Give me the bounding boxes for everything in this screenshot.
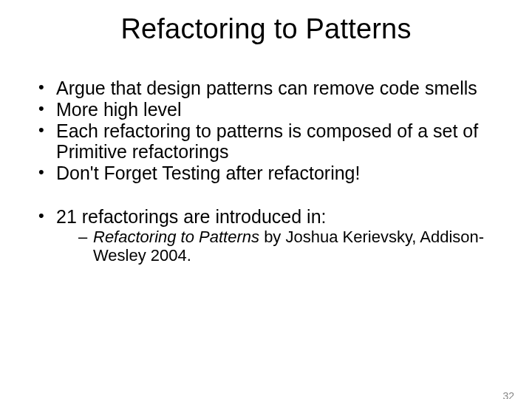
page-number: 32 bbox=[502, 390, 514, 399]
bullet-item: Argue that design patterns can remove co… bbox=[38, 78, 502, 98]
slide: Refactoring to Patterns Argue that desig… bbox=[0, 13, 532, 399]
slide-title: Refactoring to Patterns bbox=[0, 13, 532, 45]
bullet-list: 21 refactorings are introduced in: Refac… bbox=[38, 206, 502, 265]
sub-bullet-item: Refactoring to Patterns by Joshua Keriev… bbox=[78, 228, 502, 265]
bullet-text: Argue that design patterns can remove co… bbox=[56, 78, 477, 98]
bullet-item: 21 refactorings are introduced in: Refac… bbox=[38, 206, 502, 265]
spacer bbox=[38, 184, 502, 206]
bullet-text: Each refactoring to patterns is composed… bbox=[56, 120, 478, 162]
bullet-text: Don't Forget Testing after refactoring! bbox=[56, 163, 360, 183]
bullet-item: More high level bbox=[38, 99, 502, 120]
bullet-item: Don't Forget Testing after refactoring! bbox=[38, 163, 502, 183]
book-title: Refactoring to Patterns bbox=[93, 228, 259, 246]
bullet-item: Each refactoring to patterns is composed… bbox=[38, 120, 502, 162]
sub-bullet-list: Refactoring to Patterns by Joshua Keriev… bbox=[56, 228, 502, 265]
bullet-text: 21 refactorings are introduced in: bbox=[56, 206, 327, 227]
bullet-list: Argue that design patterns can remove co… bbox=[38, 78, 502, 183]
bullet-text: More high level bbox=[56, 99, 182, 120]
slide-content: Argue that design patterns can remove co… bbox=[0, 78, 532, 265]
